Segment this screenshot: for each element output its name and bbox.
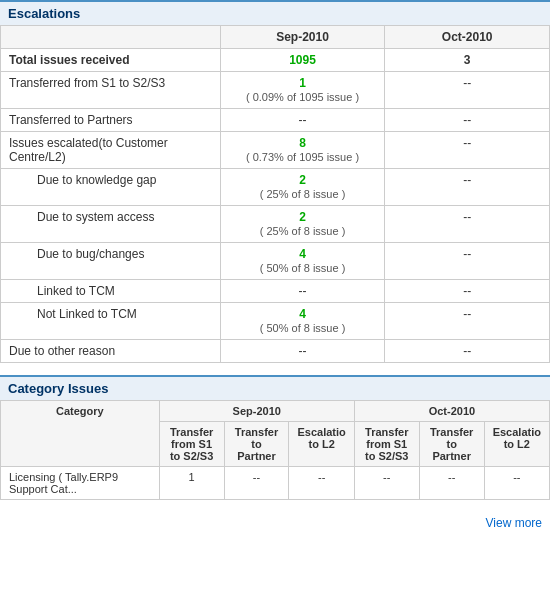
sep-transfer-partner-header: Transfer to Partner [224, 422, 289, 467]
esc-sep-linked-tcm: -- [220, 280, 385, 303]
esc-label-other-reason: Due to other reason [1, 340, 221, 363]
esc-sep-bug-changes: 4( 50% of 8 issue ) [220, 243, 385, 280]
esc-sep-issues-escalated: 8( 0.73% of 1095 issue ) [220, 132, 385, 169]
esc-label-issues-escalated: Issues escalated(to Customer Centre/L2) [1, 132, 221, 169]
escalations-sep-header: Sep-2010 [220, 26, 385, 49]
esc-oct-issues-escalated: -- [385, 132, 550, 169]
escalations-title: Escalations [0, 0, 550, 25]
esc-oct-other-reason: -- [385, 340, 550, 363]
esc-label-bug-changes: Due to bug/changes [1, 243, 221, 280]
sep-transfer-s1-header: Transfer from S1 to S2/S3 [159, 422, 224, 467]
oct-header-group: Oct-2010 [354, 401, 549, 422]
esc-sep-total-issues: 1095 [220, 49, 385, 72]
category-issues-title: Category Issues [0, 375, 550, 400]
esc-label-system-access: Due to system access [1, 206, 221, 243]
esc-oct-system-access: -- [385, 206, 550, 243]
escalations-section: Escalations Sep-2010 Oct-2010 Total issu… [0, 0, 550, 363]
esc-oct-total-issues: 3 [385, 49, 550, 72]
esc-label-total-issues: Total issues received [1, 49, 221, 72]
esc-label-linked-tcm: Linked to TCM [1, 280, 221, 303]
sep-header-group: Sep-2010 [159, 401, 354, 422]
esc-label-knowledge-gap: Due to knowledge gap [1, 169, 221, 206]
esc-label-transferred-partners: Transferred to Partners [1, 109, 221, 132]
category-issues-section: Category Issues Category Sep-2010 Oct-20… [0, 375, 550, 534]
escalations-table: Sep-2010 Oct-2010 Total issues received1… [0, 25, 550, 363]
esc-oct-not-linked-tcm: -- [385, 303, 550, 340]
table-row: Licensing ( Tally.ERP9 Support Cat...1--… [1, 467, 550, 500]
esc-sep-knowledge-gap: 2( 25% of 8 issue ) [220, 169, 385, 206]
esc-sep-other-reason: -- [220, 340, 385, 363]
category-header: Category [1, 401, 160, 467]
oct-escalation-header: Escalatio to L2 [484, 422, 549, 467]
esc-oct-transferred-s1-s2s3: -- [385, 72, 550, 109]
esc-sep-transferred-s1-s2s3: 1( 0.09% of 1095 issue ) [220, 72, 385, 109]
oct-transfer-partner-header: Transfer to Partner [419, 422, 484, 467]
category-issues-table: Category Sep-2010 Oct-2010 Transfer from… [0, 400, 550, 500]
esc-sep-transferred-partners: -- [220, 109, 385, 132]
esc-label-not-linked-tcm: Not Linked to TCM [1, 303, 221, 340]
esc-oct-linked-tcm: -- [385, 280, 550, 303]
view-more-link[interactable]: View more [0, 512, 550, 534]
escalations-label-header [1, 26, 221, 49]
esc-oct-bug-changes: -- [385, 243, 550, 280]
esc-oct-knowledge-gap: -- [385, 169, 550, 206]
esc-oct-transferred-partners: -- [385, 109, 550, 132]
sep-escalation-header: Escalatio to L2 [289, 422, 354, 467]
esc-sep-not-linked-tcm: 4( 50% of 8 issue ) [220, 303, 385, 340]
esc-label-transferred-s1-s2s3: Transferred from S1 to S2/S3 [1, 72, 221, 109]
esc-sep-system-access: 2( 25% of 8 issue ) [220, 206, 385, 243]
oct-transfer-s1-header: Transfer from S1 to S2/S3 [354, 422, 419, 467]
escalations-oct-header: Oct-2010 [385, 26, 550, 49]
